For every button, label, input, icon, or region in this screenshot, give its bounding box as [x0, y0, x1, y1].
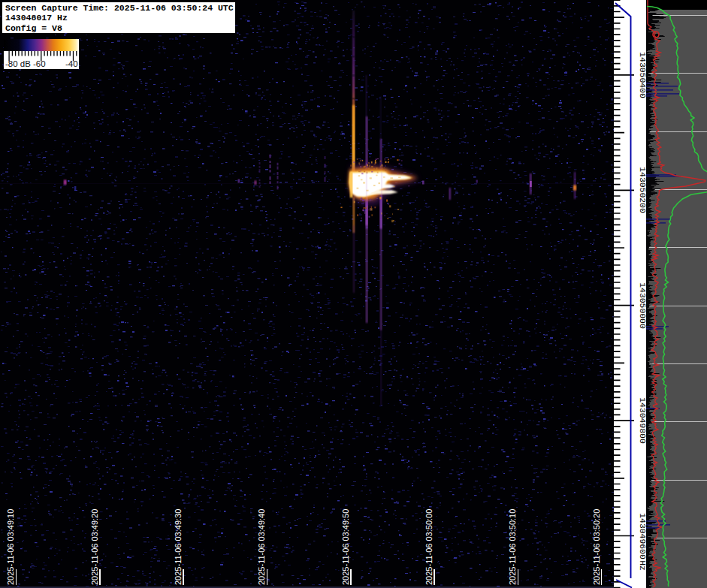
svg-text:143049600: 143049600 — [638, 513, 647, 559]
svg-text:-60: -60 — [33, 59, 46, 68]
svg-text:143049800: 143049800 — [638, 397, 647, 444]
svg-text:-40: -40 — [65, 59, 78, 68]
svg-text:143050200: 143050200 — [638, 167, 647, 213]
svg-text:Hz: Hz — [638, 560, 647, 571]
svg-text:-80 dB: -80 dB — [5, 59, 31, 68]
svg-text:143050000: 143050000 — [638, 282, 647, 329]
svg-text:143050400: 143050400 — [638, 52, 647, 98]
